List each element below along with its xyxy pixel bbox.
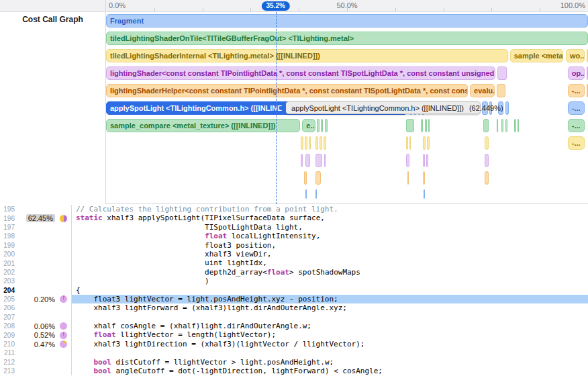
code-line[interactable]: 195// Calculates the lighting contributi… (0, 205, 588, 214)
line-cost-percentage: 0.52% (19, 331, 55, 339)
code-line[interactable]: 211 (0, 348, 588, 357)
flame-segment[interactable] (485, 171, 489, 185)
flame-segment[interactable]: sample_compare <metal_texture> ([[INLINE… (106, 119, 300, 132)
flame-segment[interactable]: lightingShader<const constant TIPointlig… (106, 66, 495, 80)
code-line[interactable]: 207 (0, 313, 588, 322)
code-line[interactable]: 197 TISpotLightData light, (0, 223, 588, 232)
flame-segment[interactable] (424, 189, 425, 199)
flame-segment[interactable] (518, 119, 519, 132)
flame-segment[interactable] (317, 119, 320, 132)
flame-segment[interactable] (407, 171, 409, 185)
flame-segment[interactable] (497, 119, 498, 132)
flame-segment[interactable] (320, 136, 322, 150)
flame-segment[interactable] (305, 154, 310, 167)
flame-segment[interactable] (514, 119, 516, 132)
cost-dot-cell (55, 295, 71, 303)
code-text: xhalf3 lightDirection = (xhalf3)(lightVe… (71, 340, 588, 348)
code-line[interactable]: 202 depth2d_array<float> spotShadowMaps (0, 268, 588, 277)
line-number: 204 (0, 287, 19, 294)
flame-segment[interactable] (309, 136, 311, 150)
flame-segment[interactable] (497, 84, 505, 97)
shader-profiler-window: Cost Call Graph 0.0%50.0%100.0% 35.2% Fr… (0, 0, 588, 376)
percentage-ruler[interactable]: 0.0%50.0%100.0% (106, 0, 588, 12)
flame-segment[interactable] (325, 119, 328, 132)
cost-cursor-badge[interactable]: 35.2% (262, 1, 290, 11)
flame-segment[interactable] (304, 171, 307, 185)
flame-segment[interactable] (315, 189, 317, 199)
code-line[interactable]: 19662.45%static xhalf3 applySpotLight(TI… (0, 214, 588, 222)
flame-segment[interactable]: -... (568, 119, 585, 132)
flame-segment[interactable]: -... (568, 101, 585, 115)
flame-segment[interactable] (406, 119, 414, 132)
flame-segment[interactable] (485, 136, 489, 150)
flame-segment[interactable] (427, 136, 430, 150)
flame-segment[interactable] (505, 119, 507, 132)
flame-segment[interactable] (305, 189, 307, 199)
code-line[interactable]: 198 float localLightIntensity, (0, 232, 588, 240)
flame-segment[interactable] (315, 154, 322, 167)
flame-segment[interactable]: -... (568, 136, 585, 150)
code-text (71, 348, 588, 357)
code-line[interactable]: 201 uint lightIdx, (0, 258, 588, 267)
line-number: 207 (0, 314, 19, 321)
code-line[interactable]: 206 xhalf3 lightForward = (xhalf3)light.… (0, 303, 588, 312)
flame-segment[interactable] (501, 119, 503, 132)
cost-pie-icon (60, 340, 67, 348)
flame-segment[interactable]: -... (568, 84, 585, 97)
ruler-label: 100.0% (560, 1, 585, 9)
flame-segment[interactable]: tiledLightingShaderInternal <TILighting.… (106, 49, 508, 62)
ruler-tick (347, 8, 348, 11)
flame-segment[interactable] (425, 119, 427, 132)
line-number: 209 (0, 332, 19, 339)
code-line[interactable]: 203 ) (0, 277, 588, 285)
code-text: xhalf3 lightForward = (xhalf3)light.dirA… (71, 303, 588, 312)
code-line[interactable]: 199 float3 position, (0, 241, 588, 250)
code-line[interactable]: 200 xhalf3 viewDir, (0, 250, 588, 258)
flame-segment[interactable] (406, 136, 408, 150)
flame-segment[interactable]: tiledLightingShaderOnTile<TITileGBufferF… (106, 32, 588, 45)
flame-segment[interactable] (423, 154, 425, 167)
code-line[interactable]: 2050.20% float3 lightVector = light.posA… (0, 295, 588, 303)
flame-segment[interactable]: evalu... (470, 84, 495, 97)
flame-segment[interactable] (423, 136, 426, 150)
line-number: 213 (0, 367, 19, 375)
flame-segment[interactable] (406, 154, 409, 167)
code-text: bool angleCutoff = dot(-lightDirection, … (71, 367, 588, 375)
flame-segment[interactable] (485, 154, 489, 167)
flame-segment[interactable]: op... (568, 66, 585, 80)
flame-segment[interactable]: Fragment (106, 14, 588, 28)
flame-segment[interactable]: lightingShaderHelper<const constant TIPo… (106, 84, 468, 97)
flame-segment[interactable] (321, 119, 323, 132)
flame-segment[interactable] (423, 171, 425, 185)
cursor-dashed-line (276, 12, 277, 204)
flame-segment[interactable] (409, 136, 411, 150)
code-line[interactable]: 2100.47% xhalf3 lightDirection = (xhalf3… (0, 340, 588, 348)
code-line[interactable]: 213 bool angleCutoff = dot(-lightDirecti… (0, 367, 588, 375)
flame-row-tiledLightingShaderInternal: tiledLightingShaderInternal <TILighting.… (106, 49, 588, 62)
flame-segment[interactable] (301, 154, 303, 167)
flame-segment[interactable] (483, 119, 489, 132)
ruler-tick (540, 8, 540, 11)
flame-segment[interactable] (315, 171, 321, 185)
flame-segment[interactable]: wo... (566, 49, 585, 62)
flame-segment[interactable] (324, 154, 326, 167)
code-line[interactable]: 204{ (0, 286, 588, 295)
code-line[interactable]: 2080.06% xhalf cosAngle = (xhalf)light.d… (0, 322, 588, 330)
flame-segment[interactable] (497, 66, 507, 80)
code-line[interactable]: 2090.52% float llightVector = length(lig… (0, 330, 588, 339)
flame-segment[interactable] (305, 136, 307, 150)
flame-segment[interactable]: e... (302, 119, 315, 132)
line-number: 200 (0, 250, 19, 258)
flame-segment[interactable] (428, 119, 430, 132)
flame-segment[interactable] (505, 101, 509, 115)
flame-segment[interactable] (301, 136, 303, 150)
flame-row-level10 (106, 171, 588, 185)
flame-segment[interactable] (315, 136, 318, 150)
code-line[interactable]: 212 bool distCutoff = llightVector > lig… (0, 358, 588, 367)
flame-segment[interactable] (421, 119, 423, 132)
code-text: depth2d_array<float> spotShadowMaps (71, 268, 588, 277)
flame-segment[interactable] (324, 136, 326, 150)
code-text: float3 lightVector = light.posAndHeight.… (71, 295, 588, 303)
flame-segment[interactable] (426, 154, 428, 167)
flame-segment[interactable]: sample <metal... (510, 49, 564, 62)
